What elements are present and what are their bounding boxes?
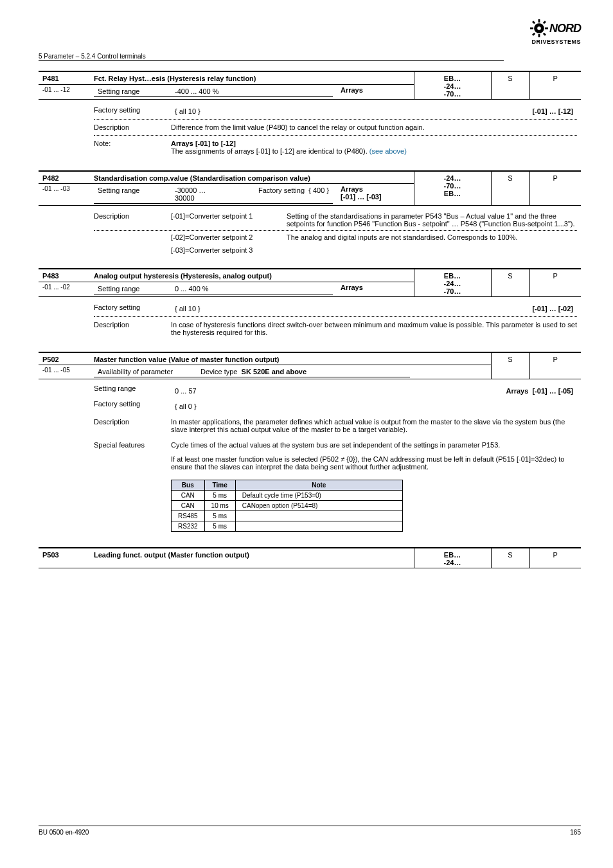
p502-special-1: Cycle times of the actual values at the … — [171, 437, 577, 453]
logo-sub: DRIVESYSTEMS — [517, 39, 581, 45]
p482-p: P — [529, 171, 581, 206]
p503-p: P — [529, 548, 581, 568]
p481-p: P — [529, 71, 581, 100]
p482-code: P482 — [39, 171, 90, 184]
brand-logo: NORD DRIVESYSTEMS — [517, 19, 581, 45]
gear-icon — [530, 19, 548, 37]
svg-rect-5 — [532, 21, 535, 24]
tbl-h-bus: Bus — [172, 480, 205, 491]
p503-s: S — [491, 548, 529, 568]
tbl-r2-bus: CAN — [172, 501, 205, 511]
param-p482: P482 Standardisation comp.value (Standar… — [39, 170, 581, 260]
p483-s: S — [491, 269, 529, 297]
p502-special-2: If at least one master function value is… — [171, 453, 577, 473]
p483-p: P — [529, 269, 581, 297]
p483-desc-val: In case of hysteresis functions direct s… — [171, 317, 577, 340]
p482-name: Standardisation comp.value (Standardisat… — [90, 171, 337, 184]
p502-name: Master function value (Value of master f… — [90, 352, 491, 365]
label-factory: Factory setting — [258, 186, 305, 194]
p481-s: S — [491, 71, 529, 100]
label-factory: Factory setting — [94, 399, 171, 414]
label-desc: Description — [94, 210, 171, 222]
p482-desc-r1l: [-01]=Converter setpoint 1 — [171, 210, 287, 222]
p481-desc-val: Difference from the limit value (P480) t… — [171, 120, 577, 135]
p482-desc-r1r: Setting of the standardisations in param… — [287, 210, 577, 230]
p503-avail: EB… -24… — [414, 548, 491, 568]
p482-array-val: [-01] … [-03] — [341, 193, 382, 201]
param-p503: P503 Leading funct. output (Master funct… — [39, 547, 581, 568]
label-range: Setting range — [94, 86, 171, 97]
p502-cycle-table: Bus Time Note CAN 5 ms Default cycle tim… — [171, 480, 403, 532]
p483-range-val: 0 ... 400 % — [171, 284, 333, 294]
p483-code: P483 — [39, 269, 90, 282]
p481-factory-val: { all 10 } — [171, 104, 449, 119]
p502-range-val: 0 ... 57 — [171, 383, 449, 399]
label-range: Setting range — [94, 383, 171, 399]
tbl-r3-time: 5 ms — [204, 511, 235, 521]
p482-range-val: -30000 … 30000 — [171, 185, 230, 204]
p502-left1: -01 ... -05 — [39, 365, 90, 379]
label-arrays: Arrays — [341, 86, 363, 94]
tbl-h-time: Time — [204, 480, 235, 491]
tbl-r2-time: 10 ms — [204, 501, 235, 511]
p482-desc-r2r: The analog and digital inputs are not st… — [287, 231, 577, 257]
p481-note-link[interactable]: (see above) — [369, 147, 407, 155]
p481-code: P481 — [39, 71, 90, 84]
footer-left: BU 0500 en-4920 — [39, 829, 89, 836]
label-range: Setting range — [94, 284, 171, 294]
p483-array-val: [-01] … [-02] — [449, 301, 577, 316]
p481-left1: -01 ... -12 — [39, 84, 90, 99]
svg-rect-6 — [543, 21, 546, 24]
label-arrays: Arrays — [506, 387, 528, 395]
logo-brand: NORD — [549, 22, 581, 35]
label-device-type: Device type — [200, 368, 237, 375]
label-range: Setting range — [94, 185, 171, 204]
label-factory: Factory setting — [94, 301, 171, 316]
param-p502: P502 Master function value (Value of mas… — [39, 352, 581, 539]
label-special: Special features — [94, 437, 171, 453]
tbl-r1-note: Default cycle time (P153=0) — [235, 491, 402, 501]
p482-left1: -01 ... -03 — [39, 184, 90, 206]
p481-range-val: -400 ... 400 % — [171, 86, 333, 97]
header-rule — [39, 60, 504, 61]
label-note: Note: — [94, 136, 171, 159]
p502-factory-val: { all 0 } — [171, 399, 577, 414]
p481-array-val: [-01] … [-12] — [449, 104, 577, 119]
svg-rect-3 — [530, 28, 533, 30]
tbl-h-note: Note — [235, 480, 402, 491]
label-avail: Availability of parameter — [94, 366, 197, 377]
p481-note-body: The assignments of arrays [-01] to [-12]… — [171, 147, 369, 155]
p482-avail: -24… -70… EB… — [414, 171, 491, 206]
p482-desc-r3l: [-03]=Converter setpoint 3 — [171, 244, 287, 257]
p503-code: P503 — [39, 548, 90, 568]
p502-s: S — [491, 352, 529, 379]
svg-point-9 — [537, 26, 541, 30]
tbl-r3-note — [235, 511, 402, 521]
p483-name: Analog output hysteresis (Hysteresis, an… — [90, 269, 337, 282]
svg-rect-1 — [538, 19, 540, 23]
tbl-r4-time: 5 ms — [204, 521, 235, 532]
label-desc: Description — [94, 120, 171, 135]
label-factory: Factory setting — [94, 104, 171, 119]
svg-rect-4 — [545, 28, 548, 30]
page-header: 5 Parameter – 5.2.4 Control terminals — [39, 53, 146, 60]
tbl-r1-bus: CAN — [172, 491, 205, 501]
svg-rect-2 — [538, 34, 540, 37]
p481-name: Fct. Relay Hyst…esis (Hysteresis relay f… — [90, 71, 337, 84]
p482-factory-val: { 400 } — [308, 186, 329, 194]
tbl-r1-time: 5 ms — [204, 491, 235, 501]
label-arrays: Arrays — [341, 185, 363, 193]
p502-desc-val: In master applications, the parameter de… — [171, 414, 577, 437]
tbl-r2-note: CANopen option (P514=8) — [235, 501, 402, 511]
p502-array-val: [-01] … [-05] — [532, 387, 573, 395]
svg-rect-8 — [543, 33, 546, 36]
label-desc: Description — [94, 317, 171, 340]
param-p481: P481 Fct. Relay Hyst…esis (Hysteresis re… — [39, 71, 581, 163]
p481-note-head: Arrays [-01] to [-12] — [171, 140, 236, 147]
p483-factory-val: { all 10 } — [171, 301, 449, 316]
svg-rect-7 — [532, 33, 535, 36]
p502-code: P502 — [39, 352, 90, 365]
p481-avail: EB… -24… -70… — [414, 71, 491, 100]
p502-p: P — [529, 352, 581, 379]
label-arrays: Arrays — [341, 284, 363, 291]
